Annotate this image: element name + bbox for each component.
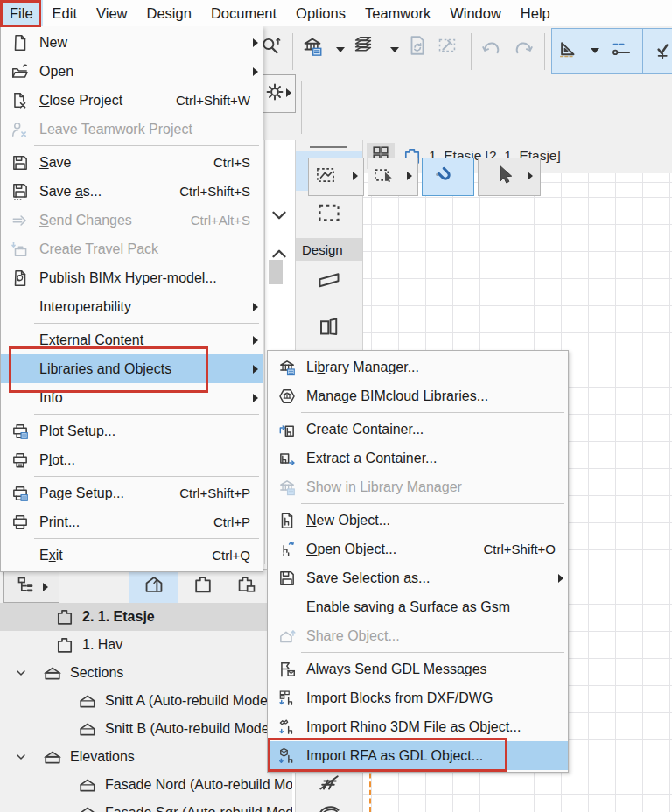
story-icon xyxy=(54,634,75,655)
menu-item-external-content[interactable]: External Content xyxy=(1,326,262,354)
door-tool[interactable] xyxy=(296,308,362,350)
menu-item-create-container[interactable]: Create Container... xyxy=(268,415,568,444)
tree-row-2-1-etasje[interactable]: 2. 1. Etasje xyxy=(0,603,292,631)
tree-row-elevations[interactable]: Elevations xyxy=(0,743,292,771)
menu-item-label: Enable saving a Surface as Gsm xyxy=(306,599,510,615)
menu-item-label: Send Changes xyxy=(39,213,132,228)
menu-item-page-setup[interactable]: Page Setup...Ctrl+Shift+P xyxy=(1,479,262,508)
menu-item-save-selection-as[interactable]: Save Selection as... xyxy=(268,564,568,592)
marquee-icon xyxy=(316,200,342,229)
menu-item-import-blocks-from-dxf-dwg[interactable]: Import Blocks from DXF/DWG xyxy=(268,683,568,712)
menu-item-print[interactable]: Print...Ctrl+P xyxy=(1,508,262,536)
menu-item-label: External Content xyxy=(39,332,144,348)
layout-view-button[interactable] xyxy=(226,570,268,603)
save-as-icon xyxy=(9,182,32,201)
menu-item-open[interactable]: Open xyxy=(1,57,262,86)
guide-lines-icon[interactable] xyxy=(610,38,633,64)
menu-item-enable-saving-a-surface-as-gsm[interactable]: Enable saving a Surface as Gsm xyxy=(268,592,568,621)
flyout-arrow-icon xyxy=(407,172,412,180)
menubar-item-teamwork[interactable]: Teamwork xyxy=(355,0,440,26)
toolbar-separator xyxy=(292,33,293,70)
menu-item-label: Plot... xyxy=(39,452,75,468)
menu-item-plot[interactable]: Plot... xyxy=(1,445,262,474)
menu-item-info[interactable]: Info xyxy=(1,383,262,412)
tree-row-fasade-s-r-auto-rebuild-mode[interactable]: Fasade Sør (Auto-rebuild Mode xyxy=(0,799,292,812)
submenu-arrow-icon xyxy=(253,336,258,345)
menu-item-interoperability[interactable]: Interoperability xyxy=(1,292,262,321)
menu-item-plot-setup[interactable]: Plot Setup... xyxy=(1,416,262,445)
marquee-tool[interactable] xyxy=(296,194,362,234)
tree-row-1-hav[interactable]: 1. Hav xyxy=(0,631,292,659)
menubar-item-file[interactable]: File xyxy=(0,0,43,26)
arrow-tool-button[interactable] xyxy=(478,158,541,196)
toolbox-overflow-handle[interactable] xyxy=(310,146,346,148)
menu-item-label: New xyxy=(39,35,67,51)
scrollbar-thumb[interactable] xyxy=(269,260,283,284)
menu-item-save-as[interactable]: Save as...Ctrl+Shift+S xyxy=(1,177,262,206)
menu-item-label: Print... xyxy=(39,514,80,530)
menu-item-extract-a-container[interactable]: Extract a Container... xyxy=(268,444,568,472)
menubar-item-design[interactable]: Design xyxy=(137,0,201,26)
menu-item-label: Leave Teamwork Project xyxy=(39,122,192,137)
dropdown-arrow-icon[interactable] xyxy=(591,48,599,53)
menubar-item-document[interactable]: Document xyxy=(201,0,286,26)
toolbox-section-design[interactable]: Design xyxy=(296,238,362,261)
model-view-button[interactable] xyxy=(130,570,178,603)
menubar-item-view[interactable]: View xyxy=(87,0,136,26)
menu-item-import-rhino-3dm-file-as-object[interactable]: Import Rhino 3DM File as Object... xyxy=(268,712,568,741)
tree-row-snitt-a-auto-rebuild-model[interactable]: Snitt A (Auto-rebuild Model) xyxy=(0,687,292,715)
menu-item-save[interactable]: SaveCtrl+S xyxy=(1,148,262,177)
menubar-item-edit[interactable]: Edit xyxy=(43,0,87,26)
set-square-icon[interactable] xyxy=(556,37,578,63)
tree-row-label: Sections xyxy=(70,665,123,681)
create-container-icon xyxy=(276,420,298,439)
marquee-arrow-button[interactable] xyxy=(368,158,418,196)
menubar-item-window[interactable]: Window xyxy=(440,0,511,26)
menu-item-label: Open Object... xyxy=(306,542,396,557)
submenu-arrow-icon xyxy=(253,38,258,47)
menubar-item-options[interactable]: Options xyxy=(286,0,355,26)
send-changes-icon xyxy=(9,211,32,230)
scroll-down-icon[interactable] xyxy=(268,204,290,230)
settings-button[interactable] xyxy=(261,74,296,113)
menu-item-new-object[interactable]: New Object... xyxy=(268,506,568,535)
project-chooser-button[interactable] xyxy=(4,571,60,603)
flyout-arrow-icon xyxy=(286,88,291,97)
menu-item-library-manager[interactable]: Library Manager... xyxy=(268,353,568,382)
menu-separator xyxy=(301,652,564,653)
menubar-item-help[interactable]: Help xyxy=(511,0,560,26)
menu-item-label: Save as... xyxy=(39,184,102,200)
menu-item-import-rfa-as-gdl-object[interactable]: Import RFA as GDL Object... xyxy=(268,741,568,770)
menu-item-label: Show in Library Manager xyxy=(306,480,462,495)
chevron-down-icon[interactable] xyxy=(14,666,28,680)
chevron-down-icon[interactable] xyxy=(14,750,28,764)
tree-row-sections[interactable]: Sections xyxy=(0,659,292,687)
menu-item-manage-bimcloud-libraries[interactable]: Manage BIMcloud Libraries... xyxy=(268,382,568,410)
roof-icon xyxy=(316,802,342,812)
layers-icon[interactable] xyxy=(352,33,374,60)
dropdown-arrow-icon[interactable] xyxy=(336,47,345,52)
menu-item-leave-teamwork-project: Leave Teamwork Project xyxy=(1,115,262,144)
menu-item-publish-bimx-hyper-model[interactable]: Publish BIMx Hyper-model... xyxy=(1,263,262,292)
marquee-polygon-button[interactable] xyxy=(308,158,364,196)
menu-item-open-object[interactable]: Open Object...Ctrl+Shift+O xyxy=(268,535,568,564)
menu-item-libraries-and-objects[interactable]: Libraries and Objects xyxy=(1,354,262,383)
tree-row-label: Fasade Sør (Auto-rebuild Mode xyxy=(105,805,292,812)
magnet-button[interactable] xyxy=(422,158,474,196)
toolbar-separator xyxy=(471,33,472,70)
dropdown-arrow-icon[interactable] xyxy=(390,47,399,52)
wall-tool[interactable] xyxy=(296,262,362,304)
menu-item-label: New Object... xyxy=(306,513,390,528)
menu-item-new[interactable]: New xyxy=(1,28,262,57)
menu-item-close-project[interactable]: Close ProjectCtrl+Shift+W xyxy=(1,86,262,115)
confirm-icon[interactable] xyxy=(647,38,669,64)
story-view-button[interactable] xyxy=(182,570,224,603)
tree-row-fasade-nord-auto-rebuild-moc[interactable]: Fasade Nord (Auto-rebuild Moc xyxy=(0,771,292,799)
menu-item-exit[interactable]: ExitCtrl+Q xyxy=(1,541,262,570)
tree-row-snitt-b-auto-rebuild-model[interactable]: Snitt B (Auto-rebuild Model) xyxy=(0,715,292,743)
roof-tool[interactable] xyxy=(296,803,362,812)
project-chooser-icon xyxy=(15,574,38,600)
library-manager-icon[interactable] xyxy=(301,35,324,61)
section-folder-icon xyxy=(42,746,63,767)
menu-item-always-send-gdl-messages[interactable]: Always Send GDL Messages xyxy=(268,654,568,683)
